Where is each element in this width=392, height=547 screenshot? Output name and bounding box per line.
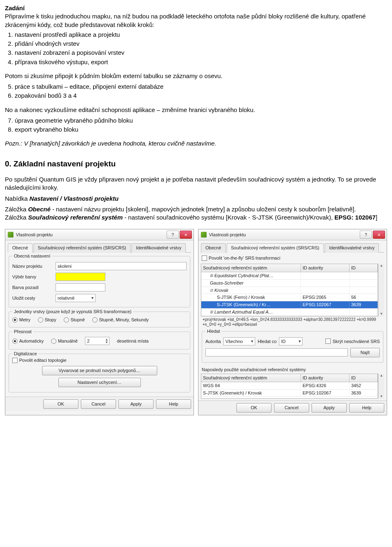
tab-srs[interactable]: Souřadnicový referenční systém (SRS/CRS) — [33, 243, 131, 253]
window-title: Vlastnosti projektu — [209, 232, 360, 238]
btn-help[interactable]: Help — [349, 403, 384, 412]
group-units: Jednotky vrstvy (pouze když je vypnutá S… — [9, 312, 190, 327]
menu-line: Nabídka Nastavení / Vlastnosti projektu — [5, 195, 387, 203]
recent-row[interactable]: WGS 84EPSG:43263452 — [201, 382, 378, 390]
btn-selection-color[interactable] — [56, 273, 105, 281]
combo-hledat-co[interactable]: ID▼ — [279, 337, 303, 345]
step-7: úprava geometrie vybraného půdního bloku — [15, 117, 387, 125]
tree-row[interactable]: ⊞ Equidistant Cylindrical (Plat… — [201, 272, 378, 280]
btn-ok[interactable]: OK — [43, 399, 78, 409]
steps-list-2: práce s tabulkami – editace, připojení e… — [15, 83, 387, 100]
tab-general[interactable]: Obecné — [8, 243, 33, 253]
group-search: Hledat Autorita Všechno▼ Hledat co ID▼ S… — [202, 331, 383, 363]
lbl-autorita: Autorita — [205, 339, 221, 345]
btn-apply[interactable]: Apply — [118, 399, 154, 409]
tree-row[interactable]: ⊞ Lambert Azimuthal Equal A… — [201, 309, 378, 316]
help-winbutton[interactable]: ? — [360, 231, 372, 239]
radio-metry[interactable]: Metry — [12, 317, 31, 323]
btn-cancel[interactable]: Cancel — [81, 399, 116, 409]
group-digit: Digitalizace Povolit editaci topologie V… — [9, 354, 190, 392]
btn-snapping[interactable]: Nastavení uchycení… — [58, 378, 141, 387]
tree-row[interactable]: ⊟ Krovak — [201, 287, 378, 294]
btn-avoid-intersection[interactable]: Vyvarovat se protnutí nových polygonů… — [42, 366, 157, 375]
group-search-title: Hledat — [205, 328, 222, 334]
btn-cancel[interactable]: Cancel — [274, 403, 309, 412]
radio-dms[interactable]: Stupně, Minuty, Sekundy — [92, 317, 149, 323]
combo-autorita[interactable]: Všechno▼ — [223, 337, 255, 345]
heading-zadani: Zadání — [5, 4, 24, 11]
middle-para: Potom si zkusíme připojit k půdním bloků… — [5, 72, 387, 80]
tab-general[interactable]: Obecné — [201, 243, 226, 253]
expand-icon[interactable]: ⊞ — [210, 309, 213, 314]
qgis-icon — [8, 232, 13, 238]
expand-icon[interactable]: ⊞ — [210, 273, 213, 278]
radio-auto[interactable]: Automaticky — [12, 338, 44, 344]
th-crs[interactable]: Souřadnicový referenční systém — [201, 264, 301, 272]
group-precision-title: Přesnost — [12, 329, 33, 335]
close-winbutton[interactable]: ✕ — [373, 231, 385, 239]
lbl-recent: Naposledy použité souřadnicové referenčn… — [202, 367, 383, 373]
dialog-general: Vlastnosti projektu ? ✕ Obecné Souřadnic… — [5, 229, 194, 415]
dialog-row: Vlastnosti projektu ? ✕ Obecné Souřadnic… — [5, 229, 387, 415]
chk-on-the-fly[interactable]: Povolit 'on-the-fly' SRS transformaci — [202, 255, 383, 261]
th-auth[interactable]: ID autority — [301, 264, 350, 272]
qgis-icon — [201, 232, 207, 238]
chk-hide-unapproved[interactable]: Skrýt neschválené SRS — [325, 339, 380, 345]
tabs: Obecné Souřadnicový referenční systém (S… — [201, 243, 384, 253]
help-winbutton[interactable]: ? — [167, 231, 179, 239]
titlebar: Vlastnosti projektu ? ✕ — [198, 229, 387, 240]
step-5: práce s tabulkami – editace, připojení e… — [15, 83, 387, 91]
para-after-h2: Po spuštění Quantum GIS je vždy připrave… — [5, 175, 387, 192]
section-heading: 0. Základní nastavení projektu — [5, 159, 387, 169]
step-8: export vybraného bloku — [15, 126, 387, 134]
recent-row[interactable]: S-JTSK (Greenwich) / KrovakEPSG:10206736… — [201, 390, 378, 397]
step-3: nastavení zobrazení a popisování vrstev — [15, 49, 387, 57]
chk-topology[interactable]: Povolit editaci topologie — [12, 357, 187, 363]
collapse-icon[interactable]: ⊟ — [210, 288, 213, 293]
scrollbar[interactable]: ▲▼ — [378, 264, 384, 316]
lbl-bg-color: Barva pozadí — [12, 285, 53, 291]
btn-bg-color[interactable] — [56, 283, 105, 291]
step-6: zopakování bodů 3 a 4 — [15, 92, 387, 100]
step-4: příprava tiskového výstupu, export — [15, 58, 387, 66]
btn-help[interactable]: Help — [156, 399, 191, 409]
lbl-save-paths: Uložit cesty — [12, 295, 53, 301]
recent-table: Souřadnicový referenční systém ID autori… — [201, 374, 384, 399]
lbl-project-name: Název projektu — [12, 263, 53, 269]
close-winbutton[interactable]: ✕ — [180, 231, 192, 239]
intro-text: Připravíme k tisku jednoduchou mapku, na… — [5, 13, 366, 28]
input-search[interactable] — [205, 348, 348, 356]
radio-stupne[interactable]: Stupně — [64, 317, 85, 323]
chevron-down-icon: ▼ — [91, 296, 94, 300]
titlebar: Vlastnosti projektu ? ✕ — [5, 229, 194, 240]
btn-ok[interactable]: OK — [236, 403, 272, 412]
chevron-down-icon: ▼ — [250, 339, 254, 344]
tab-identify[interactable]: Identifikovatelné vrstvy — [131, 243, 186, 253]
th-id[interactable]: ID — [350, 264, 378, 272]
proj-string: +proj=krovak +lat_0=49.5 +lon_0=24.83333… — [201, 316, 384, 328]
doc-section: Zadání Připravíme k tisku jednoduchou ma… — [5, 4, 387, 222]
tab-srs[interactable]: Souřadnicový referenční systém (SRS/CRS) — [227, 243, 324, 253]
th-id[interactable]: ID — [350, 374, 378, 382]
radio-manual[interactable]: Manuálně — [51, 338, 78, 344]
scrollbar[interactable]: ▲▼ — [378, 374, 384, 399]
group-general: Obecná nastavení Název projektu skoleni … — [9, 256, 190, 307]
tree-row-selected[interactable]: S-JTSK (Greenwich) / Kr…EPSG:1020673639 — [201, 301, 378, 309]
tab-identify[interactable]: Identifikovatelné vrstvy — [325, 243, 379, 253]
spin-decimal[interactable]: 2▲▼ — [85, 337, 109, 345]
radio-stopy[interactable]: Stopy — [38, 317, 56, 323]
obecne-line: Záložka Obecné - nastavení názvu projekt… — [5, 205, 387, 222]
combo-save-paths[interactable]: relativně▼ — [56, 294, 96, 302]
th-auth[interactable]: ID autority — [301, 374, 350, 382]
btn-apply[interactable]: Apply — [312, 403, 347, 412]
dialog-srs: Vlastnosti projektu ? ✕ Obecné Souřadnic… — [198, 229, 387, 415]
th-crs[interactable]: Souřadnicový referenční systém — [201, 374, 301, 382]
buttonbar: OK Cancel Apply Help — [5, 397, 194, 411]
steps-list-1: nastavení prostředí aplikace a projektu … — [15, 31, 387, 66]
tree-row[interactable]: S-JTSK (Ferro) / KrovakEPSG:206556 — [201, 294, 378, 301]
btn-find[interactable]: Najít — [350, 348, 380, 357]
input-project-name[interactable]: skoleni — [56, 262, 187, 270]
group-precision: Přesnost Automaticky Manuálně 2▲▼ deseti… — [9, 332, 190, 350]
tree-row[interactable]: Gauss-Schreiber — [201, 280, 378, 287]
steps-list-3: úprava geometrie vybraného půdního bloku… — [15, 117, 387, 134]
